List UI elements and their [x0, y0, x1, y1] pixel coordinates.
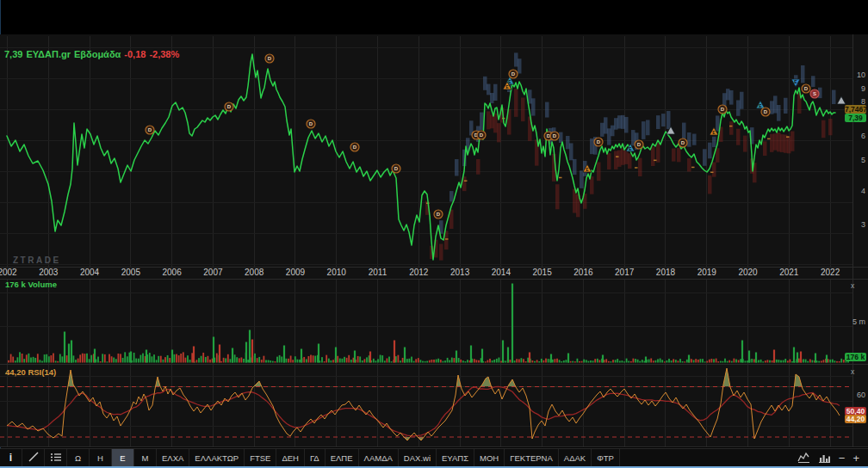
zoom-out-button[interactable]: − — [839, 453, 846, 464]
trendline-icon — [28, 451, 40, 465]
price-tick-label: 3 — [852, 220, 865, 229]
svg-text:D: D — [597, 139, 601, 145]
price-tick-label: 9 — [852, 84, 865, 93]
year-label: 2006 — [155, 268, 189, 277]
chart-canvas[interactable]: DDDDDDDDDEEDDDEDEDDEDEDEDS 7,39ΕΥΔΑΠ.grΕ… — [0, 0, 868, 446]
marker-d[interactable]: D — [802, 84, 810, 93]
year-label: 2010 — [319, 268, 354, 277]
year-label: 2007 — [195, 268, 230, 277]
svg-text:S: S — [813, 91, 816, 96]
symbol-tab-ΓΔ[interactable]: ΓΔ — [305, 449, 326, 466]
marker-d[interactable]: D — [635, 140, 643, 149]
marker-d[interactable]: D — [550, 132, 559, 140]
svg-text:D: D — [764, 109, 768, 114]
year-label: 2017 — [607, 268, 642, 277]
symbol-tab-ΔΕΗ[interactable]: ΔΕΗ — [276, 449, 305, 466]
price-tick-label: 4 — [852, 187, 865, 195]
year-label: 2018 — [648, 268, 683, 277]
year-label: 2019 — [690, 268, 724, 277]
marker-d[interactable]: D — [718, 105, 727, 114]
symbol-tab-ΕΥΑΠΣ[interactable]: ΕΥΑΠΣ — [437, 449, 474, 466]
line-chart-mode-icon[interactable] — [797, 452, 810, 464]
symbol-tab-DAX.wi[interactable]: DAX.wi — [399, 449, 437, 466]
svg-text:D: D — [353, 145, 357, 150]
rsi-pane-label: 44,20 RSI(14) — [5, 367, 56, 377]
ztrade-watermark: ZTRADE — [13, 256, 61, 265]
year-label: 2005 — [114, 268, 148, 277]
rsi-last-badge: 44,20 — [845, 415, 866, 423]
period-button-Ε[interactable]: Ε — [112, 449, 134, 466]
marker-d[interactable]: D — [350, 143, 359, 151]
marker-d[interactable]: D — [434, 210, 443, 219]
timeframe-label: Εβδομάδα — [74, 49, 121, 59]
marker-d[interactable]: D — [679, 139, 687, 147]
marker-d[interactable]: D — [477, 131, 486, 139]
year-label: 2022 — [813, 268, 847, 277]
info-button[interactable]: i — [0, 449, 22, 466]
avg-price-badge: 7,7467 — [845, 105, 866, 114]
year-label: 2002 — [0, 268, 25, 277]
chart-svg: DDDDDDDDDEEDDDEDEDDEDEDEDS — [0, 0, 868, 468]
price-tick-label: 6 — [852, 132, 865, 140]
indicator-list-icon — [50, 451, 62, 465]
year-label: 2009 — [278, 268, 313, 277]
svg-text:D: D — [804, 86, 809, 91]
toolbar-right-group: − + — [789, 449, 868, 466]
volume-pane-label: 176 k Volume — [5, 280, 57, 289]
marker-d[interactable]: D — [265, 54, 274, 63]
marker-d[interactable]: D — [594, 138, 603, 146]
rsi-axis-tick: 60 — [857, 391, 865, 399]
symbol-tab-ΕΛΠΕ[interactable]: ΕΛΠΕ — [326, 449, 359, 466]
symbol-tab-ΜΟΗ[interactable]: ΜΟΗ — [474, 449, 505, 466]
svg-text:D: D — [227, 104, 232, 109]
volume-axis-tick: 5 m — [852, 317, 865, 326]
marker-d[interactable]: D — [392, 164, 400, 173]
volume-value-badge: 176 k — [845, 353, 866, 361]
marker-s[interactable]: S — [810, 89, 819, 98]
volume-pane-close-icon[interactable]: x — [846, 281, 859, 291]
last-price: 7,39 — [4, 49, 22, 59]
year-label: 2015 — [525, 268, 560, 277]
svg-text:D: D — [309, 121, 313, 126]
price-tick-label: 5 — [852, 156, 865, 164]
period-button-Ω[interactable]: Ω — [67, 449, 90, 466]
marker-d[interactable]: D — [307, 120, 315, 128]
symbol-name: ΕΥΔΑΠ.gr — [26, 49, 71, 59]
symbol-tab-ΑΔΑΚ[interactable]: ΑΔΑΚ — [559, 449, 592, 466]
year-label: 2014 — [484, 268, 518, 277]
svg-text:D: D — [437, 212, 441, 217]
svg-text:D: D — [721, 107, 725, 112]
price-tick-label: 10 — [852, 71, 865, 79]
marker-d[interactable]: D — [761, 108, 770, 116]
period-button-Η[interactable]: Η — [90, 449, 112, 466]
symbol-tab-ΕΛΧΑ[interactable]: ΕΛΧΑ — [157, 449, 189, 466]
symbol-tab-ΛΑΜΔΑ[interactable]: ΛΑΜΔΑ — [359, 449, 399, 466]
marker-d[interactable]: D — [509, 70, 518, 78]
trading-app-window: DDDDDDDDDEEDDDEDEDDEDEDEDS 7,39ΕΥΔΑΠ.grΕ… — [0, 0, 868, 468]
svg-text:D: D — [148, 127, 152, 132]
rsi-pane-close-icon[interactable]: x — [846, 367, 859, 377]
draw-tool-button[interactable] — [22, 449, 45, 466]
svg-text:D: D — [512, 71, 516, 77]
last-price-badge: 7,39 — [845, 114, 866, 122]
price-change: -0,18 — [124, 49, 146, 59]
svg-text:D: D — [553, 133, 557, 139]
period-button-Μ[interactable]: Μ — [134, 449, 157, 466]
symbol-tab-ΦΤΡ[interactable]: ΦΤΡ — [592, 449, 620, 466]
zoom-in-button[interactable]: + — [852, 453, 859, 464]
year-label: 2016 — [566, 268, 600, 277]
symbol-tab-FTSE[interactable]: FTSE — [245, 449, 276, 466]
svg-text:D: D — [268, 56, 272, 61]
histogram-mode-icon[interactable] — [818, 452, 831, 464]
svg-text:D: D — [637, 142, 642, 147]
marker-d[interactable]: D — [225, 102, 233, 111]
symbol-tab-ΓΕΚΤΕΡΝΑ[interactable]: ΓΕΚΤΕΡΝΑ — [505, 449, 559, 466]
svg-text:D: D — [480, 132, 484, 138]
price-change-pct: -2,38% — [149, 49, 179, 59]
bottom-toolbar: i ΩΗΕΜ ΕΛΧΑΕΛΛΑΚΤΩΡFTSEΔΕΗΓΔΕΛΠΕΛΑΜΔΑDAX… — [0, 448, 868, 466]
year-label: 2012 — [401, 268, 436, 277]
year-label: 2011 — [361, 268, 395, 277]
indicators-button[interactable] — [45, 449, 67, 466]
symbol-tab-ΕΛΛΑΚΤΩΡ[interactable]: ΕΛΛΑΚΤΩΡ — [189, 449, 245, 466]
marker-d[interactable]: D — [146, 126, 154, 134]
